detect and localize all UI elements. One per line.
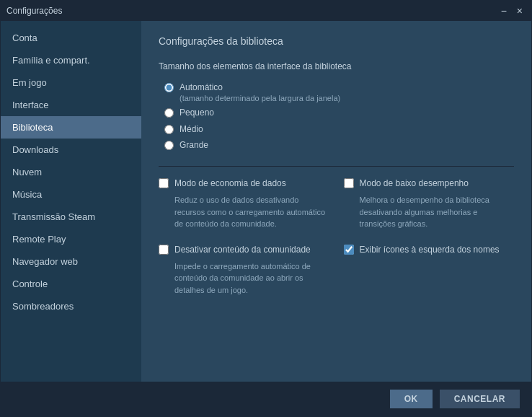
checkbox-section-economia_dados: Modo de economia de dadosReduz o uso de … [159, 178, 329, 230]
checkbox-desativar_comunidade[interactable] [159, 245, 169, 255]
sidebar-item-interface[interactable]: Interface [1, 94, 141, 116]
checkbox-section-exibir_icones: Exibir ícones à esquerda dos nomes [344, 245, 515, 297]
checkbox-label-economia_dados: Modo de economia de dados [174, 178, 286, 188]
checkbox-header-baixo_desempenho: Modo de baixo desempenho [344, 178, 515, 188]
sidebar-item-downloads[interactable]: Downloads [1, 139, 141, 161]
sidebar-item-navegador[interactable]: Navegador web [1, 250, 141, 273]
title-bar: Configurações − × [1, 1, 531, 21]
checkbox-economia_dados[interactable] [159, 178, 169, 188]
sidebar-item-familia[interactable]: Família e compart. [1, 49, 141, 71]
sidebar-item-biblioteca[interactable]: Biblioteca [1, 116, 141, 139]
sidebar-item-conta[interactable]: Conta [1, 27, 141, 49]
close-button[interactable]: × [514, 4, 526, 17]
sidebar-item-sombreadores[interactable]: Sombreadores [1, 295, 141, 317]
sidebar: ContaFamília e compart.Em jogoInterfaceB… [1, 21, 141, 382]
checkbox-header-economia_dados: Modo de economia de dados [159, 178, 329, 188]
checkbox-label-desativar_comunidade: Desativar conteúdo da comunidade [174, 245, 311, 255]
checkbox-desc-baixo_desempenho: Melhora o desempenho da biblioteca desat… [360, 194, 515, 230]
sidebar-item-nuvem[interactable]: Nuvem [1, 161, 141, 183]
content-area: Configurações da biblioteca Tamanho dos … [141, 21, 531, 382]
radio-item-medio: Médio [164, 123, 514, 136]
divider [159, 166, 514, 167]
radio-label-pequeno: Pequeno [179, 107, 214, 118]
sidebar-item-emjogo[interactable]: Em jogo [1, 71, 141, 94]
radio-label-grande: Grande [179, 140, 208, 150]
window-title: Configurações [6, 6, 62, 16]
checkbox-header-exibir_icones: Exibir ícones à esquerda dos nomes [344, 245, 515, 255]
settings-window: Configurações − × ContaFamília e compart… [0, 0, 532, 417]
section-title: Configurações da biblioteca [159, 35, 514, 47]
title-bar-buttons: − × [498, 4, 526, 17]
ok-button[interactable]: OK [390, 390, 433, 408]
minimize-button[interactable]: − [498, 4, 510, 17]
checkbox-section-desativar_comunidade: Desativar conteúdo da comunidadeImpede o… [159, 245, 329, 297]
checkbox-label-baixo_desempenho: Modo de baixo desempenho [360, 178, 469, 188]
checkbox-label-exibir_icones: Exibir ícones à esquerda dos nomes [360, 245, 500, 255]
checkbox-desc-desativar_comunidade: Impede o carregamento automático de cont… [174, 260, 329, 297]
checkbox-desc-economia_dados: Reduz o uso de dados desativando recurso… [174, 194, 329, 230]
radio-automatico[interactable] [164, 83, 174, 92]
radio-item-pequeno: Pequeno [164, 107, 514, 119]
sidebar-item-controle[interactable]: Controle [1, 273, 141, 295]
sidebar-item-musica[interactable]: Música [1, 183, 141, 206]
sidebar-item-remoteplay[interactable]: Remote Play [1, 228, 141, 250]
main-content: ContaFamília e compart.Em jogoInterfaceB… [1, 21, 531, 382]
radio-group: Automático(tamanho determinado pela larg… [164, 82, 514, 152]
checkbox-section-baixo_desempenho: Modo de baixo desempenhoMelhora o desemp… [344, 178, 515, 230]
checkbox-baixo_desempenho[interactable] [344, 178, 354, 188]
checkboxes-grid: Modo de economia de dadosReduz o uso de … [159, 178, 514, 296]
cancel-button[interactable]: CANCELAR [440, 390, 520, 408]
sidebar-item-transmissao[interactable]: Transmissão Steam [1, 206, 141, 228]
checkbox-exibir_icones[interactable] [344, 245, 354, 255]
size-section-label: Tamanho dos elementos da interface da bi… [159, 61, 514, 71]
radio-label-automatico: Automático [179, 82, 223, 92]
radio-grande[interactable] [164, 141, 174, 150]
radio-item-grande: Grande [164, 139, 514, 152]
radio-pequeno[interactable] [164, 108, 174, 118]
footer: OK CANCELAR [1, 382, 531, 416]
radio-medio[interactable] [164, 125, 174, 134]
checkbox-header-desativar_comunidade: Desativar conteúdo da comunidade [159, 245, 329, 255]
radio-item-automatico: Automático(tamanho determinado pela larg… [164, 82, 514, 102]
radio-label-medio: Médio [179, 124, 203, 134]
radio-sublabel-automatico: (tamanho determinado pela largura da jan… [179, 94, 340, 102]
